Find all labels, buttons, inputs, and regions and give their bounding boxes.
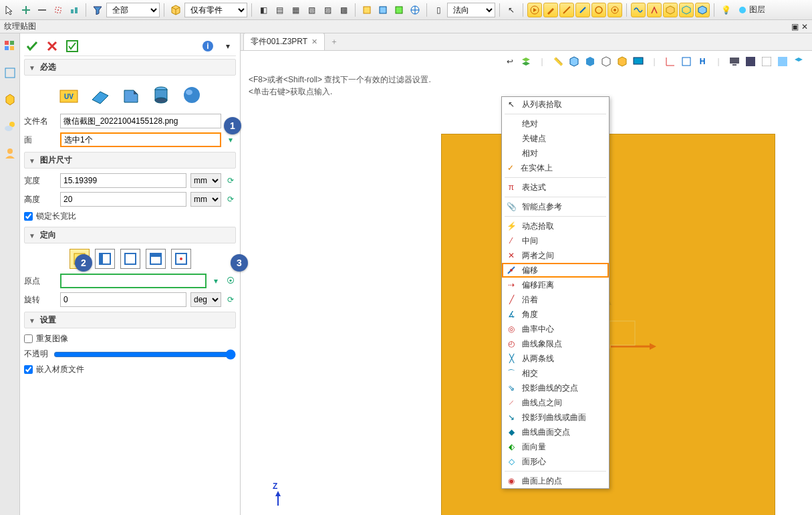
orient-left-button[interactable]: [95, 249, 115, 269]
menu-relative[interactable]: 相对: [502, 146, 609, 161]
minus-icon[interactable]: [35, 3, 49, 17]
viewport[interactable]: 零件001.Z3PRT ✕ ＋ ↩ | 📏 | H |: [241, 33, 812, 515]
tool-icon[interactable]: ▤: [272, 3, 287, 17]
box-icon[interactable]: [119, 84, 142, 106]
monitor-icon[interactable]: [728, 55, 741, 68]
solid-icon[interactable]: [695, 3, 710, 17]
cursor-icon[interactable]: ↖: [504, 3, 519, 17]
filter-select[interactable]: 全部: [106, 3, 160, 17]
sphere-icon[interactable]: [180, 84, 203, 106]
circle-icon[interactable]: [591, 3, 606, 17]
edit-icon[interactable]: [543, 3, 558, 17]
align-icon[interactable]: ▯: [431, 3, 446, 17]
h-icon[interactable]: H: [696, 55, 709, 68]
cylinder-icon[interactable]: [150, 84, 172, 106]
leaf-icon[interactable]: [67, 3, 82, 17]
menu-angle[interactable]: ∡角度: [502, 307, 609, 322]
menu-proj-inter[interactable]: ⇘投影曲线的交点: [502, 381, 609, 395]
planar-icon[interactable]: [88, 84, 111, 106]
layer-stack-icon[interactable]: [792, 55, 805, 68]
menu-pt-on-curve[interactable]: ◉曲面上的点: [502, 474, 609, 488]
menu-curv-center[interactable]: ◎曲率中心: [502, 322, 609, 336]
ok-button[interactable]: [24, 38, 40, 54]
view-icon[interactable]: [392, 3, 406, 17]
menu-expression[interactable]: π表达式: [502, 180, 609, 195]
section-size[interactable]: 图片尺寸: [24, 152, 236, 169]
tool-icon[interactable]: ◧: [256, 3, 271, 17]
menu-offset[interactable]: 偏移: [502, 263, 609, 278]
dropdown-icon[interactable]: ▾: [211, 276, 221, 286]
tab-close-icon[interactable]: ✕: [311, 37, 317, 46]
pick-icon[interactable]: ⦿: [225, 276, 236, 286]
swatch-light-icon[interactable]: [760, 55, 773, 68]
origin-input[interactable]: [60, 274, 207, 288]
cube-view-icon[interactable]: [567, 55, 581, 68]
user-icon[interactable]: [3, 146, 17, 161]
direction-select[interactable]: 法向: [447, 3, 495, 17]
menu-keypoint[interactable]: 关键点: [502, 131, 609, 146]
gold-cube-icon[interactable]: [616, 55, 629, 68]
orient-top-button[interactable]: [146, 249, 166, 269]
opacity-slider[interactable]: [53, 349, 236, 360]
swatch-dark-icon[interactable]: [744, 55, 757, 68]
tab-add-button[interactable]: ＋: [325, 33, 344, 50]
wire-icon[interactable]: [679, 3, 694, 17]
menu-centroid[interactable]: ◇面形心: [502, 454, 609, 469]
lock-ratio-checkbox[interactable]: [24, 212, 33, 221]
layers-button[interactable]: 图层: [734, 3, 769, 17]
scope-select[interactable]: 仅有零件: [184, 3, 247, 17]
menu-from2curve[interactable]: ╳从两条线: [502, 351, 609, 366]
globe-icon[interactable]: [408, 3, 422, 17]
repeat-checkbox[interactable]: [24, 334, 33, 343]
wireframe-icon[interactable]: [599, 55, 613, 68]
menu-along[interactable]: ╱沿着: [502, 292, 609, 307]
width-unit[interactable]: mm: [190, 173, 221, 188]
view-icon[interactable]: [376, 3, 390, 17]
pen-icon[interactable]: [575, 3, 590, 17]
orient-center-button[interactable]: [171, 249, 191, 269]
crosshair-icon[interactable]: [51, 3, 65, 17]
menu-absolute[interactable]: 绝对: [502, 116, 609, 131]
history-icon[interactable]: [3, 92, 17, 107]
plane-icon[interactable]: [3, 66, 17, 80]
cube-solid-icon[interactable]: [583, 55, 597, 68]
play-icon[interactable]: [527, 3, 542, 17]
rotate-unit[interactable]: deg: [190, 292, 221, 307]
grid-icon[interactable]: [680, 55, 693, 68]
menu-intersect[interactable]: ⌒相交: [502, 366, 609, 381]
info-icon[interactable]: i: [200, 38, 216, 54]
height-input[interactable]: [60, 192, 186, 207]
menu-proj-to[interactable]: ↘投影到曲线或曲面: [502, 410, 609, 425]
cancel-button[interactable]: [44, 38, 60, 54]
menu-smartref[interactable]: 📎智能点参考: [502, 199, 609, 214]
weather-icon[interactable]: [3, 119, 17, 134]
tool-icon[interactable]: ▨: [320, 3, 335, 17]
menu-face-normal[interactable]: ⬖面向量: [502, 439, 609, 454]
line-icon[interactable]: [559, 3, 574, 17]
tool-icon[interactable]: ▦: [288, 3, 303, 17]
menu-pt-between[interactable]: ⟋曲线点之间: [502, 395, 609, 410]
swatch-blue-icon[interactable]: [776, 55, 789, 68]
dropdown-icon[interactable]: ▾: [225, 134, 236, 145]
tool-icon[interactable]: ▩: [336, 3, 351, 17]
shade-icon[interactable]: [663, 3, 678, 17]
section-orient[interactable]: 定向: [24, 227, 236, 243]
document-tab[interactable]: 零件001.Z3PRT ✕: [243, 33, 325, 50]
layers-icon[interactable]: [519, 55, 533, 68]
axes-icon[interactable]: [664, 55, 677, 68]
bulb-icon[interactable]: 💡: [718, 3, 733, 17]
restore-icon[interactable]: ▣: [791, 22, 799, 31]
menu-quadrant[interactable]: ◴曲线象限点: [502, 336, 609, 351]
section-required[interactable]: 必选: [24, 59, 236, 76]
rotate-input[interactable]: [60, 292, 186, 307]
menu-cc-inter[interactable]: ◆曲线曲面交点: [502, 425, 609, 439]
spin-icon[interactable]: ⟳: [225, 294, 236, 305]
add-icon[interactable]: [19, 3, 33, 17]
cube-icon[interactable]: [168, 3, 183, 17]
uv-icon[interactable]: UV: [57, 84, 80, 106]
orient-frame-button[interactable]: [120, 249, 140, 269]
height-unit[interactable]: mm: [190, 192, 221, 207]
menu-offset-dist[interactable]: ⇢偏移距离: [502, 278, 609, 292]
pick-icon[interactable]: [647, 3, 662, 17]
expand-icon[interactable]: ▾: [220, 38, 236, 54]
